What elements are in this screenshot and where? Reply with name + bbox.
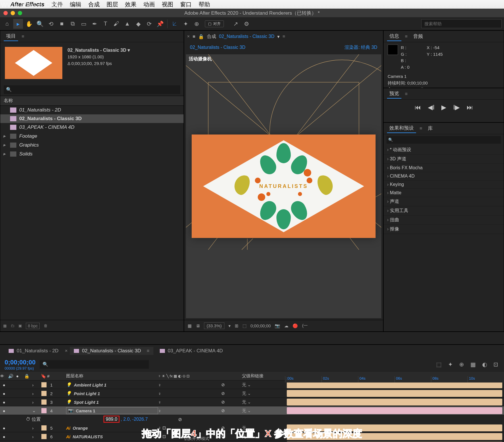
menu-edit[interactable]: 编辑	[70, 1, 81, 8]
close-window-icon[interactable]	[3, 11, 8, 15]
viewer-comp-name[interactable]: 02_Naturalists - Classic 3D	[219, 34, 274, 39]
prev-frame-icon[interactable]: ◀Ⅰ	[428, 104, 434, 111]
type-tool-icon[interactable]: T	[101, 19, 110, 29]
roi-icon[interactable]: ⬚	[243, 323, 247, 328]
fx-category[interactable]: Matte	[384, 189, 504, 197]
fx-category[interactable]: Boris FX Mocha	[384, 164, 504, 172]
tl-tool-icon[interactable]: ✦	[447, 360, 454, 369]
pen-tool-icon[interactable]: ✒	[90, 19, 99, 29]
effects-search-input[interactable]	[386, 136, 501, 144]
tl-tool-icon[interactable]: ⊡	[492, 360, 499, 369]
maximize-window-icon[interactable]	[18, 11, 22, 15]
clone-tool-icon[interactable]: ▲	[122, 19, 132, 29]
app-name[interactable]: After Effects	[10, 1, 45, 8]
menu-composition[interactable]: 合成	[88, 1, 100, 8]
tl-tool-icon[interactable]: ▦	[469, 360, 477, 369]
current-timecode[interactable]: 0;00;00;00	[5, 359, 36, 366]
expand-icon[interactable]: ↗	[231, 19, 241, 29]
position-property-row[interactable]: ⏱ 位置 989.0, 2.0, -2026.7 ⊘	[0, 415, 504, 424]
menu-view[interactable]: 视图	[162, 1, 173, 8]
layer-row-selected[interactable]: ●⌄4 📷Camera 1 ♀⊘无 ⌄	[0, 406, 504, 415]
zoom-dropdown[interactable]: (33.3%)	[204, 322, 224, 329]
fx-category[interactable]: CINEMA 4D	[384, 172, 504, 180]
grid-icon[interactable]: ▦	[188, 323, 192, 328]
selection-tool-icon[interactable]: ▸	[13, 19, 23, 29]
pan-behind-tool-icon[interactable]: ⧉	[68, 19, 78, 29]
viewer-timecode[interactable]: 0;00;00;00	[251, 323, 271, 328]
timeline-search-input[interactable]	[40, 360, 149, 369]
project-tab[interactable]: 项目	[4, 32, 18, 41]
next-frame-icon[interactable]: Ⅰ▶	[453, 104, 460, 111]
position-x-value[interactable]: 989.0	[103, 416, 120, 423]
brush-tool-icon[interactable]: 🖌	[111, 19, 121, 29]
res-icon[interactable]: ⊞	[235, 323, 238, 328]
layer-row[interactable]: ●›3 💡Spot Light 1 ♀⊘无 ⌄	[0, 398, 504, 406]
viewer-canvas[interactable]: 活动摄像机	[186, 54, 381, 318]
layer-row[interactable]: ●›2 💡Point Light 1 ♀⊘无 ⌄	[0, 389, 504, 398]
menu-help[interactable]: 帮助	[199, 1, 210, 8]
show-snapshot-icon[interactable]: ☁	[284, 323, 288, 328]
position-y-value[interactable]: 2.0	[123, 417, 130, 422]
first-frame-icon[interactable]: ⏮	[415, 104, 421, 111]
position-z-value[interactable]: -2026.7	[132, 417, 148, 422]
project-name-header[interactable]: 名称	[0, 96, 184, 106]
play-icon[interactable]: ▶	[441, 104, 446, 111]
fx-category[interactable]: 声道	[384, 197, 504, 206]
comp-thumbnail[interactable]	[5, 47, 62, 79]
layer-row[interactable]: ●›7 AiLeaves ♀ ⊡⊘无 ⌄	[0, 441, 504, 442]
audio-tab[interactable]: 音频	[411, 32, 425, 41]
viewer-menu-icon[interactable]: ≡	[282, 34, 285, 39]
tl-tool-icon[interactable]: ⊕	[458, 360, 465, 369]
monitor-icon[interactable]: 🖥	[196, 323, 200, 328]
lock-icon[interactable]: 🔒	[198, 34, 204, 39]
rotobrush-tool-icon[interactable]: ⟳	[144, 19, 154, 29]
menu-file[interactable]: 文件	[51, 1, 63, 8]
viewer-subtab[interactable]: 02_Naturalists - Classic 3D	[190, 45, 245, 50]
project-item[interactable]: 02_Naturalists - Classic 3D	[0, 114, 184, 123]
fx-category[interactable]: Keying	[384, 180, 504, 189]
timeline-tab[interactable]: 01_Naturalists - 2D	[5, 347, 63, 355]
project-search-input[interactable]	[4, 85, 180, 94]
orbit-tool-icon[interactable]: ⟲	[46, 19, 56, 29]
fx-category[interactable]: 扭曲	[384, 216, 504, 225]
eraser-tool-icon[interactable]: ◆	[133, 19, 143, 29]
preview-tab[interactable]: 预览	[387, 89, 401, 99]
menu-window[interactable]: 窗口	[180, 1, 192, 8]
fx-category[interactable]: 3D 声道	[384, 155, 504, 164]
menu-layer[interactable]: 图层	[107, 1, 118, 8]
pin-tool-icon[interactable]: 📌	[155, 19, 165, 29]
menu-animation[interactable]: 动画	[143, 1, 155, 8]
zoom-tool-icon[interactable]: 🔍	[35, 19, 45, 29]
3d-axis-icon[interactable]: ⟀	[170, 19, 180, 29]
3d-gizmo-icon[interactable]: ✦	[181, 19, 191, 29]
interpret-icon[interactable]: ▦	[3, 324, 7, 328]
timeline-tab[interactable]: 02_Naturalists - Classic 3D≡	[70, 347, 153, 355]
project-folder[interactable]: ▸Graphics	[0, 141, 184, 149]
new-folder-icon[interactable]: 🗀	[11, 324, 14, 328]
snap-toggle[interactable]: ▢对齐	[205, 20, 224, 27]
snapshot-icon[interactable]: 📷	[275, 323, 280, 328]
comp-title[interactable]: 02_Naturalists - Classic 3D ▾	[68, 47, 130, 54]
camera-tool-icon[interactable]: ■	[57, 19, 67, 29]
project-folder[interactable]: ▸Solids	[0, 149, 184, 158]
last-frame-icon[interactable]: ⏭	[467, 104, 473, 111]
minimize-window-icon[interactable]	[11, 11, 15, 15]
tl-tool-icon[interactable]: ◐	[481, 360, 488, 369]
bpc-toggle[interactable]: 8 bpc	[26, 323, 40, 329]
home-icon[interactable]: ⌂	[2, 19, 12, 29]
project-item[interactable]: 03_APEAK - CINEMA 4D	[0, 123, 184, 132]
timeline-tab[interactable]: 03_APEAK - CINEMA 4D	[156, 347, 227, 355]
tl-tool-icon[interactable]: ⬚	[435, 360, 443, 369]
project-item[interactable]: 01_Naturalists - 2D	[0, 106, 184, 114]
trash-icon[interactable]: 🗑	[44, 324, 47, 328]
panel-menu-icon[interactable]: ≡	[22, 34, 24, 39]
effects-tab[interactable]: 效果和预设	[387, 124, 416, 133]
new-comp-icon[interactable]: ▣	[18, 324, 22, 328]
rect-tool-icon[interactable]: ▭	[79, 19, 89, 29]
menu-effect[interactable]: 效果	[125, 1, 136, 8]
3d-cursor-icon[interactable]: ⊕	[192, 19, 201, 29]
hand-tool-icon[interactable]: ✋	[24, 19, 34, 29]
color-mgmt-icon[interactable]: 🔴	[293, 323, 298, 328]
close-viewer-icon[interactable]: ×	[187, 34, 190, 39]
info-tab[interactable]: 信息	[387, 32, 401, 41]
